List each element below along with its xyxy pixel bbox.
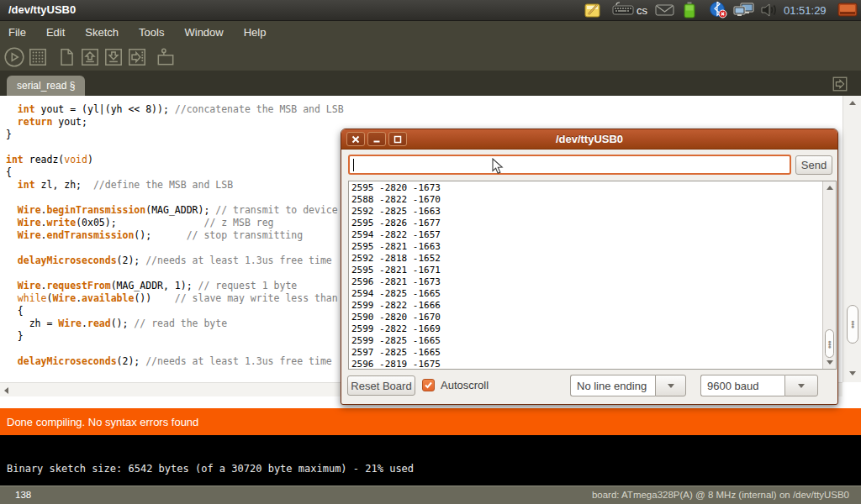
- battery-icon[interactable]: [684, 2, 695, 18]
- autoscroll-checkbox[interactable]: [422, 379, 435, 391]
- console-output: Binary sketch size: 6542 bytes (of a 307…: [7, 463, 414, 475]
- scroll-down-arrow-icon[interactable]: [849, 371, 856, 375]
- editor-vertical-scrollbar[interactable]: ●●●: [843, 96, 861, 382]
- scroll-left-arrow-icon[interactable]: [4, 387, 8, 394]
- new-sketch-button[interactable]: [55, 45, 77, 68]
- save-icon: [103, 46, 124, 68]
- menu-window[interactable]: Window: [184, 26, 223, 39]
- save-button[interactable]: [102, 45, 124, 68]
- serial-window-title: /dev/ttyUSB0: [341, 129, 837, 150]
- send-button-label: Send: [801, 159, 827, 171]
- tab-serial-read[interactable]: serial_read §: [7, 76, 85, 96]
- maximize-button[interactable]: [388, 132, 407, 146]
- board-info: board: ATmega328P(A) @ 8 MHz (internal) …: [592, 490, 849, 500]
- autoscroll-label: Autoscroll: [441, 379, 489, 391]
- serial-monitor-window: /dev/ttyUSB0 Send 2595 -2820 -1673 2588 …: [341, 129, 838, 405]
- new-sketch-icon: [55, 46, 77, 68]
- open-button[interactable]: [78, 45, 101, 68]
- serial-scroll-down-icon[interactable]: [827, 360, 833, 365]
- status-bar: Done compiling. No syntax errors found: [0, 408, 861, 435]
- note-icon[interactable]: [584, 2, 602, 18]
- line-ending-select[interactable]: No line ending: [570, 375, 686, 396]
- status-message: Done compiling. No syntax errors found: [7, 416, 198, 428]
- reset-board-label: Reset Board: [351, 380, 411, 392]
- tab-label: serial_read §: [17, 80, 75, 92]
- text-caret: [353, 159, 354, 171]
- minimize-button[interactable]: [367, 132, 386, 146]
- menu-tools[interactable]: Tools: [139, 26, 164, 39]
- close-button[interactable]: [346, 132, 365, 146]
- tab-arrow-icon: [831, 75, 849, 93]
- tab-bar: serial_read §: [0, 71, 861, 96]
- chevron-down-icon: [668, 384, 674, 388]
- network-icon[interactable]: [733, 2, 755, 18]
- serial-input-field[interactable]: [348, 155, 791, 175]
- serial-monitor-icon: [155, 46, 177, 68]
- scroll-up-arrow-icon[interactable]: [849, 101, 856, 105]
- menu-bar: File Edit Sketch Tools Window Help: [0, 21, 861, 43]
- keyboard-indicator[interactable]: cs: [612, 2, 647, 18]
- volume-icon[interactable]: [761, 2, 778, 18]
- open-icon: [79, 46, 101, 68]
- stop-button[interactable]: [26, 45, 49, 68]
- screen: /dev/ttyUSB0 cs: [0, 0, 861, 504]
- line-ending-value: No line ending: [570, 375, 655, 396]
- baud-rate-select[interactable]: 9600 baud: [700, 375, 818, 396]
- code-text[interactable]: int yout = (yl|(yh << 8)); //concatenate…: [6, 103, 344, 368]
- baud-dropdown-button[interactable]: [784, 375, 818, 396]
- bluetooth-icon[interactable]: [709, 2, 727, 18]
- stop-icon: [27, 46, 49, 68]
- serial-window-titlebar[interactable]: /dev/ttyUSB0: [341, 129, 837, 150]
- send-button[interactable]: Send: [795, 155, 832, 175]
- menu-file[interactable]: File: [8, 26, 26, 39]
- footer-status-bar: 138 board: ATmega328P(A) @ 8 MHz (intern…: [0, 486, 861, 504]
- serial-scroll-up-icon[interactable]: [827, 186, 833, 190]
- line-ending-dropdown-button[interactable]: [655, 375, 686, 396]
- maximize-icon: [394, 135, 402, 144]
- window-title: /dev/ttyUSB0: [8, 3, 76, 16]
- serial-scrollbar[interactable]: ●●●: [822, 181, 836, 369]
- console: Binary sketch size: 6542 bytes (of a 307…: [0, 435, 861, 486]
- check-icon: [424, 381, 433, 390]
- menu-sketch[interactable]: Sketch: [85, 26, 119, 39]
- minimize-icon: [372, 135, 381, 144]
- baud-rate-value: 9600 baud: [700, 375, 784, 396]
- top-panel: /dev/ttyUSB0 cs: [0, 0, 861, 21]
- menu-edit[interactable]: Edit: [46, 26, 65, 39]
- power-icon[interactable]: [837, 2, 858, 18]
- serial-scrollbar-thumb[interactable]: ●●●: [825, 329, 834, 358]
- serial-output-text: 2595 -2820 -1673 2588 -2822 -1670 2592 -…: [351, 182, 441, 370]
- tab-menu-button[interactable]: [831, 75, 849, 93]
- keyboard-icon: [612, 2, 634, 18]
- serial-monitor-button[interactable]: [154, 45, 177, 68]
- close-icon: [351, 135, 360, 144]
- editor-scrollbar-thumb[interactable]: ●●●: [847, 305, 858, 344]
- verify-icon: [3, 46, 25, 68]
- clock[interactable]: 01:51:29: [784, 2, 827, 18]
- reset-board-button[interactable]: Reset Board: [347, 375, 415, 396]
- mouse-cursor: [492, 158, 504, 175]
- keyboard-layout-label: cs: [637, 4, 647, 17]
- serial-output-area[interactable]: 2595 -2820 -1673 2588 -2822 -1670 2592 -…: [348, 181, 837, 370]
- mail-icon[interactable]: [655, 2, 674, 18]
- toolbar: [0, 43, 861, 71]
- upload-button[interactable]: [125, 45, 148, 68]
- clock-text: 01:51:29: [784, 4, 827, 17]
- chevron-down-icon: [798, 384, 805, 388]
- line-number: 138: [15, 490, 31, 500]
- verify-button[interactable]: [3, 45, 25, 68]
- upload-icon: [126, 46, 148, 68]
- menu-help[interactable]: Help: [244, 26, 267, 39]
